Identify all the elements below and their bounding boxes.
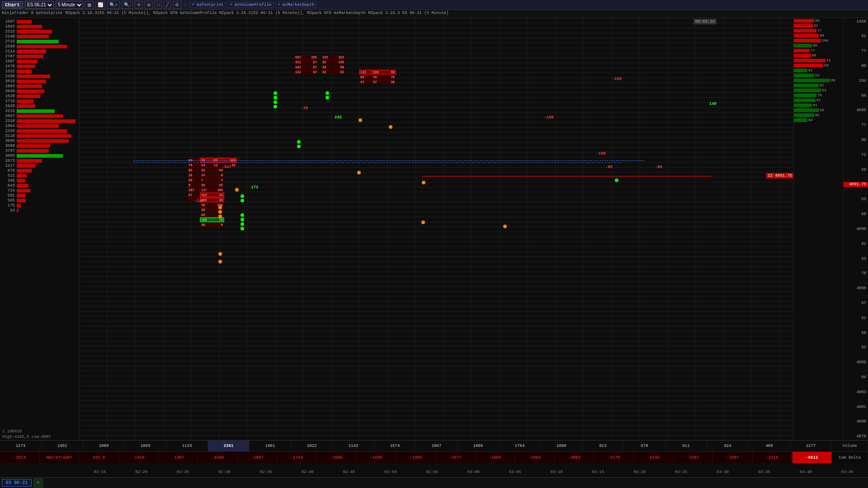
vp-bar-container xyxy=(17,109,79,113)
left-profile-row: 2568 xyxy=(0,44,79,49)
timeframe-select[interactable]: 5 Minute xyxy=(56,1,83,9)
left-volume-profile: 1097 1663 2315 2240 2715 2568 2114 2707 … xyxy=(0,18,79,440)
time-label: 02:15 xyxy=(79,470,121,474)
price-tick: 4088 xyxy=(844,286,868,291)
line-button[interactable]: 📈 xyxy=(95,1,105,9)
vp-bar xyxy=(17,184,28,188)
vp-bar-container xyxy=(17,74,79,78)
rvp-label: 104 xyxy=(821,38,828,42)
left-profile-row: 3110 xyxy=(0,133,79,138)
vp-bar xyxy=(17,179,25,183)
vp-bar-container xyxy=(17,169,79,173)
zoom-out-button[interactable]: 🔍- xyxy=(122,1,133,9)
draw-rect-button[interactable]: □ xyxy=(155,1,162,9)
rvp-bar xyxy=(794,39,821,42)
zoom-in-button[interactable]: 🔍+ xyxy=(107,1,120,9)
vp-price-label: 3797 xyxy=(0,149,16,153)
vp-bar-container xyxy=(17,159,79,163)
vp-bar xyxy=(17,124,59,128)
vp-price-label: 1710 xyxy=(0,99,16,103)
right-profile-row: 91 xyxy=(794,68,843,73)
vp-price-label: 643 xyxy=(0,183,16,188)
rvp-bar xyxy=(794,84,819,87)
volume-cell: 1022 xyxy=(291,441,333,451)
tab-add-button[interactable]: + xyxy=(33,479,43,488)
left-profile-row: 2049 xyxy=(0,89,79,94)
tab-es-06-21[interactable]: ES 06-21 xyxy=(2,479,32,487)
volume-cell: 813 xyxy=(582,441,624,451)
right-profile-row: 60 xyxy=(794,78,843,83)
right-profile-row: 69 xyxy=(794,18,843,23)
crosshair-button[interactable]: ✛ xyxy=(135,1,143,9)
vp-bar-container xyxy=(17,164,79,168)
volume-cell: 1089 xyxy=(83,441,125,451)
left-profile-row: 1520 xyxy=(0,94,79,99)
delta-cell: -2244 xyxy=(634,452,674,463)
delta-neg-70: -70 xyxy=(301,106,308,111)
chart-area[interactable]: -183 -70 242 -100 -347 173 -95 -66 148 -… xyxy=(79,18,793,440)
indicator-footprint[interactable]: + mzFootprint xyxy=(189,2,226,8)
time-label: 02:40 xyxy=(287,470,328,474)
draw-line-button[interactable]: ╱ xyxy=(164,1,171,9)
left-profile-row: 3797 xyxy=(0,148,79,153)
price-tick: 53 xyxy=(844,197,868,202)
vp-bar xyxy=(17,204,21,207)
vp-price-label: 2667 xyxy=(0,114,16,118)
vp-bar xyxy=(17,70,32,73)
left-profile-row: 24 xyxy=(0,208,79,213)
left-profile-row: 565 xyxy=(0,198,79,203)
bar-chart-button[interactable]: ▦ xyxy=(85,1,94,9)
vp-bar xyxy=(17,99,33,103)
delta-cell: -1636 xyxy=(357,452,396,463)
time-label: 03:15 xyxy=(577,470,619,474)
vp-bar-container xyxy=(17,89,79,93)
vp-bar xyxy=(17,40,59,43)
settings-button[interactable]: ⚙ xyxy=(173,1,181,9)
delta-neg-183: -183 xyxy=(612,77,622,81)
delta-neg-100: -100 xyxy=(544,115,554,120)
price-axis: 1450617790104664095779072594091.75536040… xyxy=(843,18,868,440)
price-tick: 90 xyxy=(844,138,868,143)
time-label: 03:10 xyxy=(536,470,577,474)
rvp-bar xyxy=(794,94,816,97)
vp-bar-container xyxy=(17,69,79,73)
delta-cell: -1397 xyxy=(159,452,198,463)
vp-bar xyxy=(17,25,42,28)
vp-bar xyxy=(17,35,49,38)
cum-delta-label: Cum Delta xyxy=(832,452,868,463)
price-tick: 104 xyxy=(844,78,868,83)
indicator-market-depth[interactable]: + mzMarketDepth xyxy=(275,2,316,8)
volume-cell: 1006 xyxy=(458,441,499,451)
right-volume-profile: 69 61 77 90 104 66 77 90 72 59 91 53 60 … xyxy=(793,18,843,440)
volume-cell: Volume xyxy=(832,441,868,451)
vp-bar-container xyxy=(17,129,79,133)
indicator-volume-profile[interactable]: + mzVolumeProfile xyxy=(227,2,274,8)
vp-price-label: 1322 xyxy=(0,69,16,74)
right-profile-row: 63 xyxy=(794,88,843,93)
vp-price-label: 3110 xyxy=(0,134,16,138)
vp-bar xyxy=(17,189,30,192)
info-bar: NinjaTrader 8 mzFootprint MZpack 3.16.3(… xyxy=(0,10,868,18)
price-tick: 4081 xyxy=(844,404,868,409)
magnet-button[interactable]: ⊕ xyxy=(145,1,153,9)
instrument-select[interactable]: ES 06-21 xyxy=(25,1,54,9)
delta-cell: -1394 xyxy=(396,452,436,463)
left-profile-row: 2114 xyxy=(0,49,79,54)
info-text: NinjaTrader 8 mzFootprint MZpack 3.16.3(… xyxy=(2,11,448,15)
vp-bar-container xyxy=(17,19,79,23)
vp-price-label: 565 xyxy=(0,198,16,203)
chart-canvas[interactable] xyxy=(79,18,793,440)
vp-bar-container xyxy=(17,193,79,197)
right-profile-row: 84 xyxy=(794,117,843,122)
left-profile-row: 1663 xyxy=(0,24,79,29)
rvp-label: 90 xyxy=(811,53,816,57)
vp-bar xyxy=(17,174,27,178)
vp-bar-container xyxy=(17,154,79,158)
vp-bar-container xyxy=(17,104,79,108)
vp-price-label: 724 xyxy=(0,188,16,193)
right-profile-row: 59 xyxy=(794,63,843,68)
vp-bar-container xyxy=(17,183,79,188)
vp-bar-container xyxy=(17,178,79,183)
rvp-label: 82 xyxy=(814,113,820,117)
rvp-label: 91 xyxy=(819,83,824,87)
